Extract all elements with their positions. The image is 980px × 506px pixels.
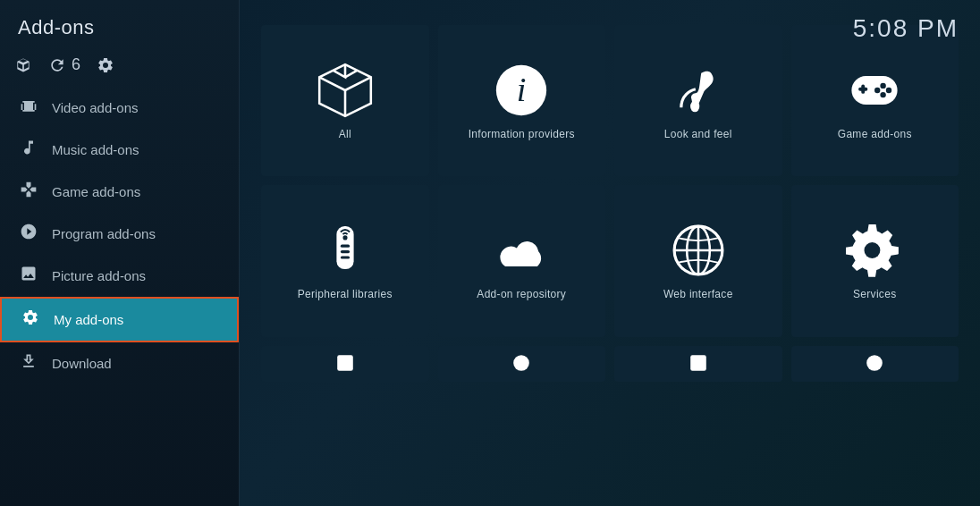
grid-item-look-and-feel[interactable]: Look and feel	[614, 25, 782, 176]
svg-point-4	[690, 100, 699, 112]
sidebar-label-picture-addons: Picture add-ons	[52, 268, 146, 283]
sidebar-toolbar: 6	[0, 48, 239, 87]
sidebar: Add-ons 6	[0, 0, 240, 506]
svg-point-9	[886, 87, 891, 92]
sidebar-item-my-addons[interactable]: My add-ons	[0, 297, 239, 342]
sidebar-item-program-addons[interactable]: Program add-ons	[0, 213, 239, 255]
look-feel-icon	[670, 62, 727, 119]
svg-point-25	[866, 355, 883, 371]
addon-grid: All i Information providers Look and fee…	[261, 25, 959, 497]
cloud-icon	[493, 222, 550, 279]
grid-label-web-interface: Web interface	[663, 288, 733, 300]
info-circle-icon: i	[493, 62, 550, 119]
grid-label-game-addons: Game add-ons	[838, 128, 912, 140]
gear-icon	[846, 222, 903, 279]
settings-button[interactable]	[97, 56, 114, 74]
box-icon	[317, 62, 374, 119]
grid-label-peripheral-libraries: Peripheral libraries	[298, 288, 393, 300]
grid-item-partial-1[interactable]	[261, 346, 429, 382]
sidebar-item-music-addons[interactable]: Music add-ons	[0, 129, 239, 171]
grid-item-web-interface[interactable]: Web interface	[614, 185, 782, 336]
grid-item-partial-3[interactable]	[614, 346, 782, 382]
sidebar-nav: Video add-ons Music add-ons Game add-ons	[0, 87, 239, 506]
grid-label-services: Services	[853, 288, 896, 300]
gamepad-nav-icon	[18, 181, 39, 203]
partial-icon-3	[685, 353, 712, 373]
grid-item-services[interactable]: Services	[791, 185, 959, 336]
svg-rect-7	[862, 84, 866, 93]
grid-item-partial-4[interactable]	[791, 346, 959, 382]
page-title: Add-ons	[0, 0, 239, 48]
sidebar-item-download[interactable]: Download	[0, 342, 239, 384]
sidebar-label-program-addons: Program add-ons	[52, 226, 156, 241]
sidebar-item-video-addons[interactable]: Video add-ons	[0, 87, 239, 129]
svg-rect-16	[341, 256, 350, 258]
packages-button[interactable]	[14, 56, 32, 74]
grid-item-peripheral-libraries[interactable]: Peripheral libraries	[261, 185, 429, 336]
gamepad-icon	[846, 62, 903, 119]
sidebar-item-game-addons[interactable]: Game add-ons	[0, 171, 239, 213]
grid-item-addon-repository[interactable]: Add-on repository	[438, 185, 606, 336]
svg-point-8	[881, 82, 886, 88]
sidebar-label-game-addons: Game add-ons	[52, 184, 140, 199]
grid-label-addon-repository: Add-on repository	[477, 288, 566, 300]
svg-text:i: i	[517, 70, 527, 107]
sidebar-item-picture-addons[interactable]: Picture add-ons	[0, 255, 239, 297]
svg-point-10	[881, 92, 886, 97]
update-button[interactable]: 6	[48, 55, 80, 74]
svg-rect-14	[341, 245, 350, 248]
remote-icon	[317, 222, 374, 279]
music-icon	[18, 139, 39, 161]
sidebar-label-video-addons: Video add-ons	[52, 100, 138, 115]
partial-icon-2	[508, 353, 535, 373]
update-count: 6	[72, 55, 80, 74]
download-icon	[18, 352, 39, 375]
program-icon	[18, 223, 39, 245]
sidebar-label-my-addons: My add-ons	[54, 312, 123, 327]
my-addons-icon	[20, 308, 41, 331]
svg-point-23	[513, 355, 529, 371]
video-icon	[18, 97, 39, 119]
grid-item-partial-2[interactable]	[438, 346, 606, 382]
sidebar-label-music-addons: Music add-ons	[52, 142, 139, 157]
svg-point-11	[874, 87, 880, 92]
grid-label-all: All	[339, 128, 351, 140]
picture-icon	[18, 265, 39, 287]
partial-icon-1	[332, 353, 359, 373]
svg-rect-22	[337, 355, 353, 371]
grid-label-look-and-feel: Look and feel	[664, 128, 732, 140]
update-icon	[48, 56, 66, 74]
sidebar-label-download: Download	[52, 356, 112, 371]
settings-icon	[97, 56, 114, 74]
partial-icon-4	[861, 353, 888, 373]
globe-icon	[670, 222, 727, 279]
main-content: 5:08 PM All i Information providers	[240, 0, 980, 506]
grid-label-info-providers: Information providers	[469, 128, 575, 140]
package-icon	[14, 56, 32, 74]
grid-item-all[interactable]: All	[261, 25, 429, 176]
svg-point-21	[865, 242, 881, 258]
svg-point-13	[342, 235, 347, 240]
grid-item-information-providers[interactable]: i Information providers	[438, 25, 606, 176]
grid-item-game-addons-grid[interactable]: Game add-ons	[791, 25, 959, 176]
svg-rect-24	[690, 355, 706, 371]
time-display: 5:08 PM	[853, 14, 959, 43]
svg-rect-15	[341, 250, 350, 253]
